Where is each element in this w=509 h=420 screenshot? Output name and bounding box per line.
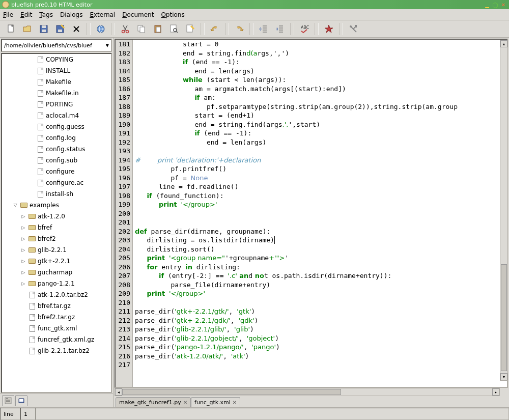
tree-item[interactable]: config.guess <box>2 121 111 132</box>
toolbar: ABC <box>0 20 509 38</box>
tree-item[interactable]: config.log <box>2 132 111 144</box>
tree-item-label: config.sub <box>46 157 77 164</box>
tree-item[interactable]: ▷atk-1.2.0 <box>2 211 111 222</box>
scroll-down-icon[interactable]: ▾ <box>500 373 507 380</box>
menu-options[interactable]: Options <box>161 11 184 18</box>
tree-item-label: bfref2 <box>38 235 56 242</box>
replace-button[interactable] <box>182 22 199 36</box>
tree-item[interactable]: COPYING <box>2 54 111 65</box>
file-tab[interactable]: make_gtk_funcref1.py✕ <box>116 397 191 407</box>
copy-button[interactable] <box>133 22 150 36</box>
save-as-button[interactable] <box>52 22 68 36</box>
file-icon <box>28 336 36 343</box>
file-icon <box>36 190 44 198</box>
menu-external[interactable]: External <box>90 11 115 18</box>
window-titlebar: bluefish pre0.10 HTML editor ▁ ◯ ✕ <box>0 0 509 9</box>
tree-item[interactable]: INSTALL <box>2 65 111 76</box>
tree-item[interactable]: ▷glib-2.2.1 <box>2 244 111 256</box>
tree-item-label: funcref_gtk.xml.gz <box>38 336 94 343</box>
undo-button[interactable] <box>207 22 223 36</box>
tree-item-label: bfref.tar.gz <box>38 302 71 310</box>
expander-icon[interactable]: ▷ <box>20 236 26 241</box>
expander-icon[interactable]: ▷ <box>20 247 26 253</box>
close-button[interactable]: ✕ <box>500 1 507 8</box>
tree-item[interactable]: Makefile <box>2 76 111 88</box>
editor-area: 181 182 183 184 185 186 187 188 189 190 … <box>114 38 509 407</box>
tree-item[interactable]: ▷gucharmap <box>2 267 111 278</box>
tree-item[interactable]: configure.ac <box>2 177 111 188</box>
tree-item[interactable]: glib-2.2.1.tar.bz2 <box>2 345 111 356</box>
open-file-button[interactable] <box>19 22 36 36</box>
close-tab-icon[interactable]: ✕ <box>183 400 187 405</box>
unindent-button[interactable] <box>256 22 272 36</box>
menu-dialogs[interactable]: Dialogs <box>60 11 82 18</box>
tree-item[interactable]: ▷gtk+-2.2.1 <box>2 256 111 267</box>
browser-preview-button[interactable] <box>93 22 109 36</box>
tree-item[interactable]: Makefile.in <box>2 88 111 99</box>
tree-item[interactable]: install-sh <box>2 188 111 200</box>
find-button[interactable] <box>166 22 182 36</box>
tree-item[interactable]: PORTING <box>2 99 111 110</box>
menu-file[interactable]: File <box>3 11 13 18</box>
redo-button[interactable] <box>231 22 247 36</box>
tree-item[interactable]: func_gtk.xml <box>2 323 111 334</box>
close-tab-icon[interactable]: ✕ <box>233 400 237 405</box>
tree-item[interactable]: ▽examples <box>2 200 111 211</box>
scroll-thumb[interactable] <box>501 264 507 371</box>
expander-icon[interactable]: ▷ <box>20 281 26 286</box>
tree-item[interactable]: bfref.tar.gz <box>2 300 111 312</box>
vertical-scrollbar[interactable]: ▴ ▾ <box>500 40 508 381</box>
minimize-button[interactable]: ▁ <box>484 1 491 8</box>
tree-item[interactable]: configure <box>2 166 111 177</box>
scroll-thumb[interactable] <box>122 389 341 395</box>
indent-button[interactable] <box>272 22 288 36</box>
tree-item[interactable]: ▷bfref <box>2 222 111 233</box>
spellcheck-button[interactable]: ABC <box>296 22 313 36</box>
svg-rect-18 <box>355 25 357 27</box>
tree-item[interactable]: ▷bfref2 <box>2 233 111 244</box>
scroll-up-icon[interactable]: ▴ <box>500 40 507 47</box>
code-editor[interactable]: start = 0 end = string.find(args,',') if… <box>133 40 507 387</box>
file-tab[interactable]: func_gtk.xml✕ <box>191 397 240 407</box>
expander-icon[interactable]: ▽ <box>12 203 18 208</box>
file-icon <box>36 123 44 130</box>
tree-item[interactable]: funcref_gtk.xml.gz <box>2 334 111 345</box>
folder-icon <box>20 202 28 209</box>
tree-item[interactable]: aclocal.m4 <box>2 110 111 121</box>
tree-item[interactable]: config.sub <box>2 155 111 166</box>
paste-button[interactable] <box>150 22 166 36</box>
tree-item-label: config.guess <box>46 123 84 130</box>
close-file-button[interactable] <box>68 22 84 36</box>
menu-document[interactable]: Document <box>122 11 154 18</box>
status-message <box>36 408 509 420</box>
file-tab-label: func_gtk.xml <box>194 399 231 406</box>
tree-item-label: COPYING <box>46 56 73 63</box>
tree-item[interactable]: atk-1.2.0.tar.bz2 <box>2 289 111 300</box>
expander-icon[interactable]: ▷ <box>20 214 26 219</box>
expander-icon[interactable]: ▷ <box>20 270 26 275</box>
tree-item[interactable]: config.status <box>2 144 111 155</box>
expander-icon[interactable]: ▷ <box>20 225 26 230</box>
tree-item[interactable]: ▷pango-1.2.1 <box>2 278 111 289</box>
bookmark-button[interactable] <box>321 22 337 36</box>
cut-button[interactable] <box>117 22 133 36</box>
scroll-right-icon[interactable]: ▸ <box>492 388 499 396</box>
file-tree[interactable]: COPYINGINSTALLMakefileMakefile.inPORTING… <box>1 53 112 393</box>
menu-edit[interactable]: Edit <box>20 11 32 18</box>
sidebar-tab-filebrowser[interactable] <box>2 395 14 406</box>
file-icon <box>36 101 44 108</box>
new-file-button[interactable] <box>3 22 19 36</box>
tree-item-label: examples <box>30 202 59 209</box>
save-button[interactable] <box>36 22 52 36</box>
scroll-left-icon[interactable]: ◂ <box>115 388 122 396</box>
preferences-button[interactable] <box>345 22 361 36</box>
folder-icon <box>28 280 36 287</box>
path-dropdown[interactable]: /home/olivier/bluefish/cvs/bluef ▼ <box>1 39 112 52</box>
sidebar-tab-bookmarks[interactable] <box>15 395 27 406</box>
menu-tags[interactable]: Tags <box>39 11 53 18</box>
horizontal-scrollbar[interactable]: ◂ ▸ <box>115 388 500 396</box>
maximize-button[interactable]: ◯ <box>492 1 499 8</box>
svg-rect-3 <box>42 30 46 32</box>
tree-item[interactable]: bfref2.tar.gz <box>2 312 111 323</box>
expander-icon[interactable]: ▷ <box>20 259 26 264</box>
